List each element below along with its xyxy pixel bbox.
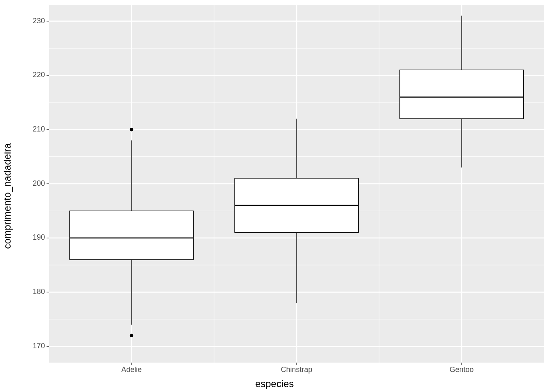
y-tick-label: 210: [33, 125, 45, 133]
y-tick-label: 170: [33, 342, 45, 350]
box-gentoo: [400, 70, 524, 118]
box-adelie: [70, 211, 194, 259]
y-tick-label: 190: [33, 233, 45, 241]
y-tick-label: 220: [33, 71, 45, 79]
outlier-point: [130, 128, 133, 131]
x-tick-label: Chinstrap: [281, 365, 312, 374]
x-axis-label: especies: [0, 378, 549, 390]
y-tick-label: 200: [33, 179, 45, 187]
x-tick-label: Gentoo: [449, 365, 473, 374]
boxplot-chart: comprimento_nadadeira especies 170180190…: [0, 0, 549, 392]
y-tick-label: 230: [33, 17, 45, 25]
y-tick-label: 180: [33, 287, 45, 296]
outlier-point: [130, 334, 133, 337]
y-axis-label: comprimento_nadadeira: [2, 143, 13, 249]
plot-svg: 170180190200210220230AdelieChinstrapGent…: [0, 0, 549, 392]
x-tick-label: Adelie: [121, 365, 142, 374]
